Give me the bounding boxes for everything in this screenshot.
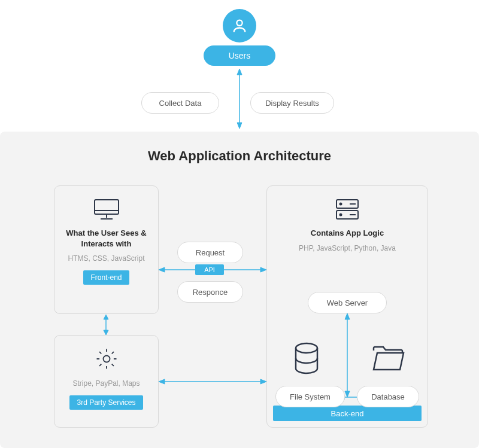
response-pill: Responce — [177, 281, 243, 303]
frontend-tag: Front-end — [83, 270, 129, 285]
backend-sub: PHP, JavaScript, Python, Java — [293, 243, 402, 253]
svg-rect-4 — [95, 200, 119, 214]
webserver-pill: Web Server — [308, 292, 387, 313]
monitor-icon — [90, 196, 123, 223]
main-panel: Web Application Architecture What the Us… — [0, 132, 479, 448]
svg-marker-24 — [260, 379, 266, 384]
arrow-thirdparty-backend — [159, 379, 266, 385]
svg-point-10 — [340, 203, 342, 205]
frontend-card: What the User Sees & Interacts with HTMS… — [54, 185, 159, 314]
arrow-webserver-storage — [344, 313, 350, 397]
users-label: Users — [204, 45, 275, 66]
frontend-title: What the User Sees & Interacts with — [54, 228, 158, 249]
thirdparty-sub: Stripe, PayPal, Maps — [66, 379, 145, 388]
thirdparty-tag: 3rd Party Services — [69, 395, 143, 410]
svg-point-0 — [237, 20, 242, 26]
collect-data-pill: Collect Data — [141, 92, 219, 114]
svg-marker-18 — [260, 267, 266, 272]
backend-tag: Back-end — [273, 406, 422, 421]
arrow-frontend-thirdparty — [103, 315, 109, 335]
filesystem-pill: File System — [275, 386, 345, 407]
svg-marker-2 — [237, 69, 242, 75]
user-icon — [223, 9, 256, 42]
svg-point-14 — [103, 356, 110, 362]
main-title: Web Application Architecture — [0, 148, 479, 164]
gear-icon — [90, 345, 123, 373]
svg-point-11 — [340, 214, 342, 216]
folder-icon — [371, 343, 405, 374]
arrow-users-main — [237, 69, 242, 129]
svg-marker-23 — [159, 379, 165, 384]
request-pill: Request — [177, 242, 243, 263]
thirdparty-card: Stripe, PayPal, Maps 3rd Party Services — [54, 335, 159, 428]
svg-marker-3 — [237, 123, 242, 129]
frontend-sub: HTMS, CSS, JavaScript — [62, 254, 150, 263]
server-icon — [331, 196, 364, 223]
svg-marker-20 — [104, 315, 108, 319]
backend-title: Contains App Logic — [305, 228, 390, 239]
display-results-pill: Display Results — [250, 92, 334, 114]
database-pill: Database — [357, 386, 419, 407]
svg-marker-26 — [345, 313, 350, 319]
svg-marker-21 — [104, 330, 108, 335]
database-icon — [292, 342, 321, 376]
svg-point-15 — [296, 343, 317, 353]
svg-marker-17 — [159, 267, 165, 272]
api-tag: API — [195, 264, 224, 275]
